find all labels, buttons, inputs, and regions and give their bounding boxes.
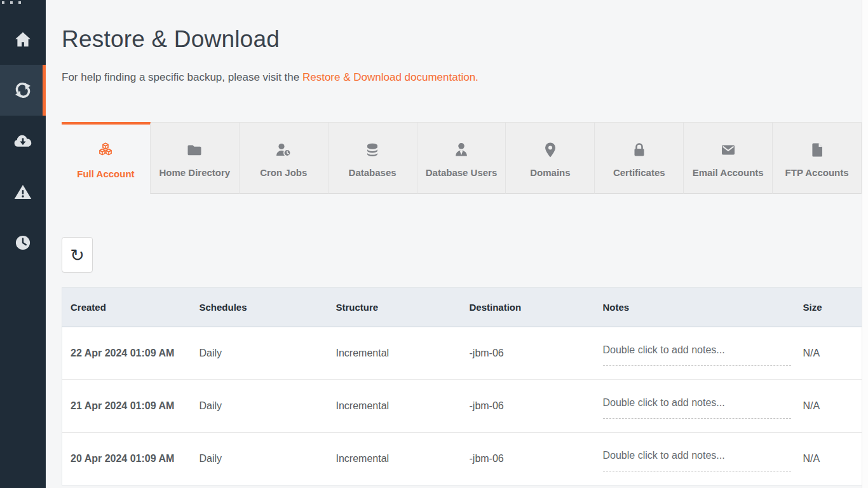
table-row[interactable]: 22 Apr 2024 01:09 AM Daily Incremental -… <box>62 327 862 380</box>
column-header-created: Created <box>62 288 191 327</box>
table-header-row: Created Schedules Structure Destination … <box>62 288 862 327</box>
table-row[interactable]: 21 Apr 2024 01:09 AM Daily Incremental -… <box>62 380 862 433</box>
rotate-right-icon: ↻ <box>70 245 85 265</box>
cell-destination: -jbm-06 <box>461 380 595 433</box>
sidebar-item-restore[interactable] <box>0 65 46 116</box>
cell-destination: -jbm-06 <box>461 327 595 380</box>
column-header-size: Size <box>795 288 862 327</box>
file-icon <box>808 139 826 159</box>
notes-editable-field[interactable]: Double click to add notes... <box>603 393 791 419</box>
sidebar-item-downloads[interactable] <box>0 116 46 166</box>
cell-notes: Double click to add notes... <box>595 380 795 433</box>
vertical-scrollbar[interactable] <box>862 0 868 488</box>
cubes-icon <box>96 140 115 160</box>
tab-label: Cron Jobs <box>260 167 307 178</box>
cell-schedules: Daily <box>191 380 328 433</box>
notes-editable-field[interactable]: Double click to add notes... <box>603 446 791 471</box>
page-title: Restore & Download <box>62 24 862 55</box>
cell-schedules: Daily <box>191 327 328 380</box>
cell-destination: -jbm-06 <box>461 433 595 485</box>
refresh-button[interactable]: ↻ <box>62 237 93 273</box>
sidebar-item-history[interactable] <box>0 217 46 268</box>
cell-structure: Incremental <box>328 433 461 485</box>
notes-editable-field[interactable]: Double click to add notes... <box>603 341 791 366</box>
cell-created: 20 Apr 2024 01:09 AM <box>62 433 191 485</box>
cell-notes: Double click to add notes... <box>595 433 795 485</box>
table-toolbar: ↻ <box>62 237 862 273</box>
tab-database-users[interactable]: Database Users <box>417 122 506 194</box>
user-clock-icon <box>275 139 292 159</box>
cell-size: N/A <box>795 327 862 380</box>
tab-label: Email Accounts <box>693 167 764 178</box>
folder-icon <box>186 139 203 159</box>
warning-icon <box>13 182 32 201</box>
tab-full-account[interactable]: Full Account <box>62 122 151 194</box>
history-clock-icon <box>14 234 32 252</box>
cell-created: 21 Apr 2024 01:09 AM <box>62 380 191 433</box>
tab-ftp-accounts[interactable]: FTP Accounts <box>773 122 862 194</box>
cell-size: N/A <box>795 380 862 433</box>
cloud-download-icon <box>13 131 33 151</box>
column-header-destination: Destination <box>461 288 595 327</box>
cell-structure: Incremental <box>328 380 461 433</box>
table-row[interactable]: 20 Apr 2024 01:09 AM Daily Incremental -… <box>62 433 862 485</box>
tab-label: Home Directory <box>159 167 230 178</box>
sidebar-item-alerts[interactable] <box>0 166 46 217</box>
documentation-link[interactable]: Restore & Download documentation. <box>302 71 478 83</box>
sync-restore-icon <box>13 80 33 100</box>
tab-label: FTP Accounts <box>785 167 849 178</box>
tab-domains[interactable]: Domains <box>506 122 595 194</box>
map-marker-icon <box>541 139 559 159</box>
backups-table: Created Schedules Structure Destination … <box>62 287 862 485</box>
tab-label: Full Account <box>77 168 134 179</box>
sidebar-item-home[interactable] <box>0 14 46 65</box>
cell-size: N/A <box>795 433 862 485</box>
tab-databases[interactable]: Databases <box>329 122 417 194</box>
subtitle-text: For help finding a specific backup, plea… <box>62 71 302 83</box>
page-subtitle: For help finding a specific backup, plea… <box>62 71 862 84</box>
tab-label: Database Users <box>426 167 498 178</box>
tab-cron-jobs[interactable]: Cron Jobs <box>240 122 329 194</box>
cell-schedules: Daily <box>191 433 328 485</box>
lock-icon <box>630 139 648 159</box>
column-header-schedules: Schedules <box>191 288 328 327</box>
tab-label: Databases <box>349 167 397 178</box>
cell-created: 22 Apr 2024 01:09 AM <box>62 327 191 380</box>
tab-label: Certificates <box>613 167 665 178</box>
backup-type-tabs: Full Account Home Directory Cron Jobs <box>62 122 862 194</box>
main-content: Restore & Download For help finding a sp… <box>46 0 862 488</box>
tab-home-directory[interactable]: Home Directory <box>151 122 240 194</box>
column-header-structure: Structure <box>328 288 461 327</box>
tab-label: Domains <box>530 167 570 178</box>
sidebar <box>0 0 46 488</box>
screen-artifact-dots <box>2 1 4 4</box>
tab-email-accounts[interactable]: Email Accounts <box>684 122 773 194</box>
home-icon <box>13 30 32 49</box>
tab-certificates[interactable]: Certificates <box>595 122 684 194</box>
database-icon <box>363 139 381 159</box>
envelope-icon <box>719 139 737 159</box>
user-tie-icon <box>452 139 470 159</box>
column-header-notes: Notes <box>595 288 795 327</box>
cell-structure: Incremental <box>328 327 461 380</box>
cell-notes: Double click to add notes... <box>595 327 795 380</box>
